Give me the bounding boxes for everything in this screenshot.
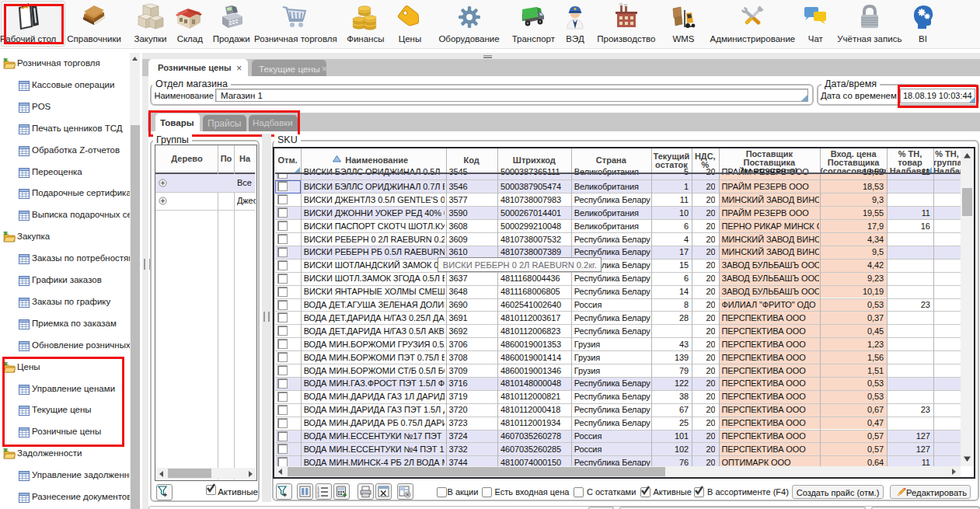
svg-text:3: 3 — [317, 493, 319, 498]
